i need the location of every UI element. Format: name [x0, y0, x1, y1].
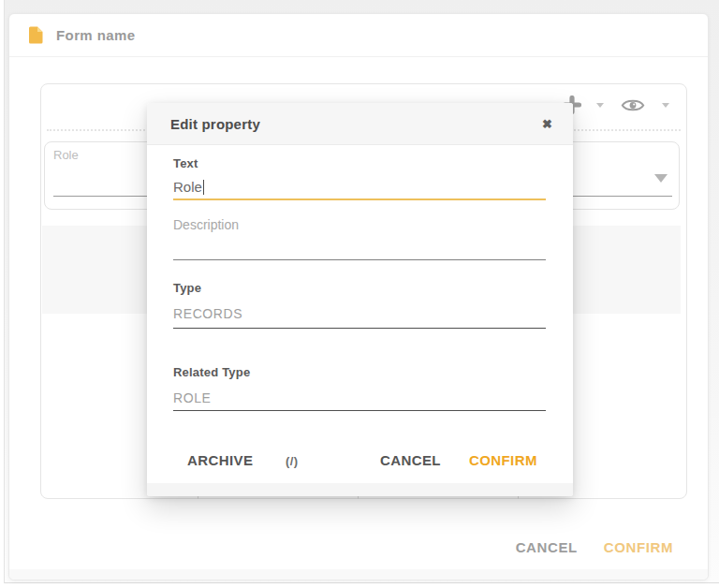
- modal-cancel-button[interactable]: CANCEL: [380, 452, 441, 468]
- edit-property-modal: Edit property ✖ Text Role Description Ty…: [147, 103, 573, 496]
- preview-button[interactable]: [621, 97, 645, 113]
- text-cursor: [203, 180, 204, 195]
- card-cancel-button[interactable]: CANCEL: [516, 539, 578, 555]
- modal-title: Edit property: [170, 116, 260, 132]
- card-footer-strip: [9, 569, 708, 580]
- card-header: Form name: [9, 14, 708, 57]
- text-field-input[interactable]: Role: [173, 179, 546, 196]
- caret-down-icon: [596, 103, 604, 108]
- type-field-label: Type: [173, 281, 546, 295]
- card-confirm-button[interactable]: CONFIRM: [604, 539, 673, 555]
- page: Form name: [0, 0, 719, 588]
- role-field-label: Role: [53, 148, 79, 162]
- type-underline: [173, 328, 546, 329]
- related-type-underline: [173, 410, 546, 411]
- add-property-menu-button[interactable]: [596, 103, 604, 108]
- card-actions: CANCEL CONFIRM: [516, 539, 673, 555]
- modal-footer-strip: [147, 483, 573, 496]
- description-field-input[interactable]: Description: [173, 217, 546, 232]
- document-icon: [29, 26, 43, 44]
- preview-menu-button[interactable]: [662, 103, 669, 108]
- triangle-down-icon[interactable]: [654, 174, 668, 183]
- text-field-value: Role: [173, 179, 202, 195]
- caret-down-icon: [662, 103, 669, 108]
- canvas-toolbar: [563, 96, 669, 114]
- related-type-field-label: Related Type: [173, 365, 546, 379]
- related-type-field-value[interactable]: ROLE: [173, 390, 546, 405]
- archive-button[interactable]: ARCHIVE: [187, 452, 253, 468]
- close-icon[interactable]: ✖: [542, 118, 552, 130]
- text-field-underline: [173, 198, 546, 200]
- modal-header: Edit property ✖: [147, 103, 573, 145]
- description-underline: [173, 259, 546, 260]
- modal-confirm-button[interactable]: CONFIRM: [469, 452, 537, 468]
- code-button[interactable]: (/): [286, 454, 298, 468]
- text-field-label: Text: [173, 156, 546, 170]
- form-name-title: Form name: [56, 27, 135, 43]
- type-field-value[interactable]: RECORDS: [173, 306, 546, 321]
- eye-icon: [621, 97, 645, 113]
